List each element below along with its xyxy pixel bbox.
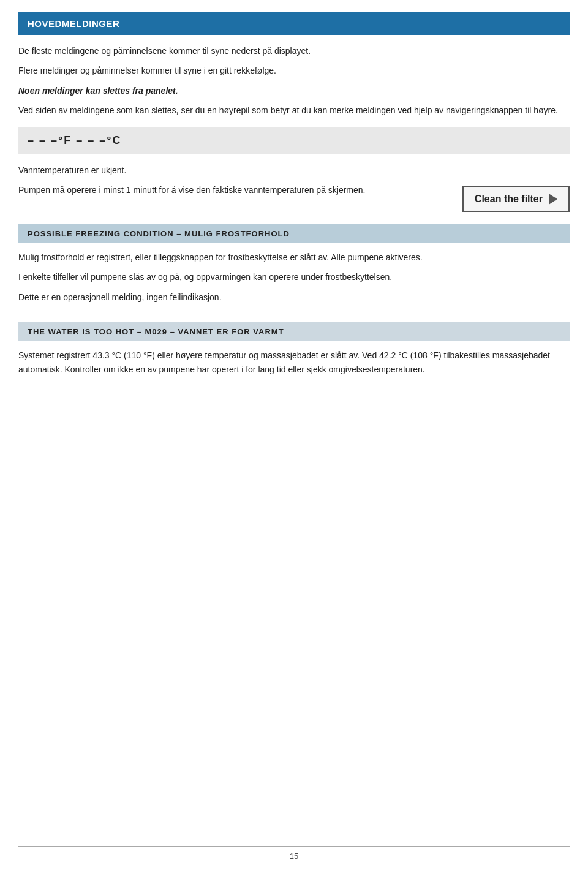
freezing-section-title: POSSIBLE FREEZING CONDITION – MULIG FROS… (28, 229, 290, 238)
page-wrapper: HOVEDMELDINGER De fleste meldingene og p… (0, 0, 588, 873)
freezing-para-3: Dette er en operasjonell melding, ingen … (18, 290, 570, 304)
water-hot-section-header: THE WATER IS TOO HOT – M029 – VANNET ER … (18, 322, 570, 341)
intro-para-1: De fleste meldingene og påminnelsene kom… (18, 44, 570, 58)
pump-filter-layout: Pumpen må operere i minst 1 minutt for å… (18, 183, 570, 212)
water-hot-para-1: Systemet registrert 43.3 °C (110 °F) ell… (18, 349, 570, 376)
freezing-section-header: POSSIBLE FREEZING CONDITION – MULIG FROS… (18, 224, 570, 243)
page-number: 15 (290, 852, 298, 861)
clean-filter-button[interactable]: Clean the filter (462, 186, 570, 212)
pump-text: Pumpen må operere i minst 1 minutt for å… (18, 183, 450, 197)
intro-para-4: Ved siden av meldingene som kan slettes,… (18, 104, 570, 117)
main-section-header-title: HOVEDMELDINGER (28, 18, 119, 29)
freezing-para-1: Mulig frostforhold er registrert, eller … (18, 251, 570, 264)
main-content: HOVEDMELDINGER De fleste meldingene og p… (0, 0, 588, 419)
clean-filter-column: Clean the filter (462, 183, 570, 212)
freezing-para-2: I enkelte tilfeller vil pumpene slås av … (18, 270, 570, 284)
intro-para-2: Flere meldinger og påminnelser kommer ti… (18, 64, 570, 77)
temperature-display: – – –°F – – –°C (18, 127, 570, 154)
page-footer: 15 (18, 846, 570, 861)
main-section-header: HOVEDMELDINGER (18, 12, 570, 35)
clean-filter-label: Clean the filter (475, 194, 543, 205)
temp-note: Vanntemperaturen er ukjent. (18, 164, 570, 177)
play-icon (549, 194, 557, 205)
pump-text-column: Pumpen må operere i minst 1 minutt for å… (18, 183, 450, 203)
water-hot-section-title: THE WATER IS TOO HOT – M029 – VANNET ER … (28, 327, 284, 336)
temp-display-text: – – –°F – – –°C (28, 134, 121, 146)
intro-para-3-bold: Noen meldinger kan slettes fra panelet. (18, 84, 570, 97)
